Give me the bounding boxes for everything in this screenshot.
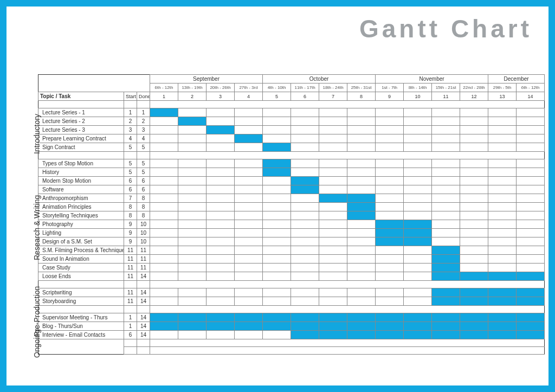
gantt-cell bbox=[432, 143, 460, 152]
gantt-cell bbox=[150, 185, 178, 194]
gantt-cell bbox=[347, 297, 376, 306]
gantt-cell bbox=[404, 194, 432, 203]
gantt-cell bbox=[178, 229, 206, 237]
gantt-cell bbox=[488, 322, 517, 331]
gantt-cell bbox=[347, 194, 376, 203]
task-done: 10 bbox=[137, 237, 150, 246]
gantt-cell bbox=[206, 143, 235, 152]
gantt-cell bbox=[235, 237, 263, 246]
task-start: 11 bbox=[124, 272, 137, 281]
gantt-cell bbox=[488, 211, 517, 220]
gantt-cell bbox=[263, 288, 291, 297]
gantt-cell bbox=[178, 108, 206, 117]
gantt-cell bbox=[347, 288, 376, 297]
week-number-header: 5 bbox=[263, 92, 291, 101]
task-start: 1 bbox=[124, 108, 137, 117]
gantt-cell bbox=[150, 297, 178, 306]
gantt-cell bbox=[178, 203, 206, 211]
task-done: 2 bbox=[137, 117, 150, 126]
gantt-cell bbox=[488, 272, 517, 281]
task-start: 8 bbox=[124, 203, 137, 211]
date-range-header: 15th - 21st bbox=[432, 83, 460, 92]
gantt-cell bbox=[517, 203, 545, 211]
gantt-cell bbox=[150, 168, 178, 177]
task-start: 7 bbox=[124, 194, 137, 203]
gantt-cell bbox=[178, 288, 206, 297]
task-column-header: Topic / Task bbox=[38, 92, 124, 101]
task-done: 14 bbox=[137, 288, 150, 297]
gantt-cell bbox=[319, 220, 347, 229]
gantt-cell bbox=[488, 264, 517, 272]
week-number-header: 8 bbox=[347, 92, 376, 101]
gantt-cell bbox=[291, 322, 319, 331]
gantt-cell bbox=[460, 229, 488, 237]
gantt-cell bbox=[488, 297, 517, 306]
date-range-header: 1st - 7th bbox=[376, 83, 404, 92]
gantt-cell bbox=[347, 134, 376, 143]
date-range-header: 29th - 5th bbox=[488, 83, 517, 92]
gantt-cell bbox=[347, 313, 376, 322]
date-range-header: 27th - 3rd bbox=[235, 83, 263, 92]
done-column-header: Done bbox=[137, 92, 150, 101]
gantt-cell bbox=[319, 229, 347, 237]
gantt-cell bbox=[347, 255, 376, 264]
gantt-cell bbox=[235, 159, 263, 168]
gantt-cell bbox=[291, 331, 319, 339]
gantt-cell bbox=[206, 177, 235, 185]
gantt-cell bbox=[376, 220, 404, 229]
task-start: 3 bbox=[124, 126, 137, 134]
task-name: Lecture Series - 1 bbox=[38, 108, 124, 117]
gantt-cell bbox=[517, 237, 545, 246]
gantt-cell bbox=[150, 143, 178, 152]
gantt-cell bbox=[319, 264, 347, 272]
gantt-cell bbox=[460, 264, 488, 272]
gantt-cell bbox=[319, 246, 347, 255]
gantt-cell bbox=[263, 126, 291, 134]
task-done: 10 bbox=[137, 220, 150, 229]
gantt-cell bbox=[178, 159, 206, 168]
gantt-cell bbox=[263, 185, 291, 194]
gantt-cell bbox=[150, 194, 178, 203]
gantt-cell bbox=[319, 108, 347, 117]
task-row: Design of a S.M. Set 9 10 bbox=[38, 237, 545, 246]
week-number-header: 13 bbox=[488, 92, 517, 101]
gantt-cell bbox=[263, 108, 291, 117]
gantt-cell bbox=[263, 211, 291, 220]
gantt-cell bbox=[150, 229, 178, 237]
gantt-cell bbox=[263, 117, 291, 126]
gantt-cell bbox=[347, 143, 376, 152]
gantt-cell bbox=[404, 203, 432, 211]
task-row: Interview - Email Contacts 6 14 bbox=[38, 331, 545, 339]
gantt-cell bbox=[460, 331, 488, 339]
gantt-cell bbox=[291, 229, 319, 237]
gantt-cell bbox=[263, 177, 291, 185]
gantt-cell bbox=[376, 134, 404, 143]
gantt-cell bbox=[347, 229, 376, 237]
gantt-cell bbox=[235, 185, 263, 194]
gantt-cell bbox=[432, 194, 460, 203]
gantt-cell bbox=[263, 220, 291, 229]
gantt-cell bbox=[263, 246, 291, 255]
gantt-cell bbox=[235, 255, 263, 264]
week-number-header: 2 bbox=[178, 92, 206, 101]
gantt-cell bbox=[432, 185, 460, 194]
gantt-cell bbox=[206, 288, 235, 297]
gantt-cell bbox=[460, 211, 488, 220]
gantt-cell bbox=[376, 194, 404, 203]
gantt-cell bbox=[263, 168, 291, 177]
gantt-cell bbox=[150, 313, 178, 322]
gantt-cell bbox=[460, 246, 488, 255]
gantt-cell bbox=[178, 117, 206, 126]
task-done: 6 bbox=[137, 185, 150, 194]
gantt-cell bbox=[404, 272, 432, 281]
gantt-cell bbox=[517, 134, 545, 143]
task-name: Types of Stop Motion bbox=[38, 159, 124, 168]
task-start: 5 bbox=[124, 143, 137, 152]
task-row: Blog - Thurs/Sun 1 14 bbox=[38, 322, 545, 331]
task-name: S.M. Filming Process & Techniques bbox=[38, 246, 124, 255]
gantt-cell bbox=[347, 220, 376, 229]
gantt-cell bbox=[517, 322, 545, 331]
gantt-cell bbox=[319, 297, 347, 306]
task-name: Prepare Learning Contract bbox=[38, 134, 124, 143]
gantt-cell bbox=[517, 229, 545, 237]
